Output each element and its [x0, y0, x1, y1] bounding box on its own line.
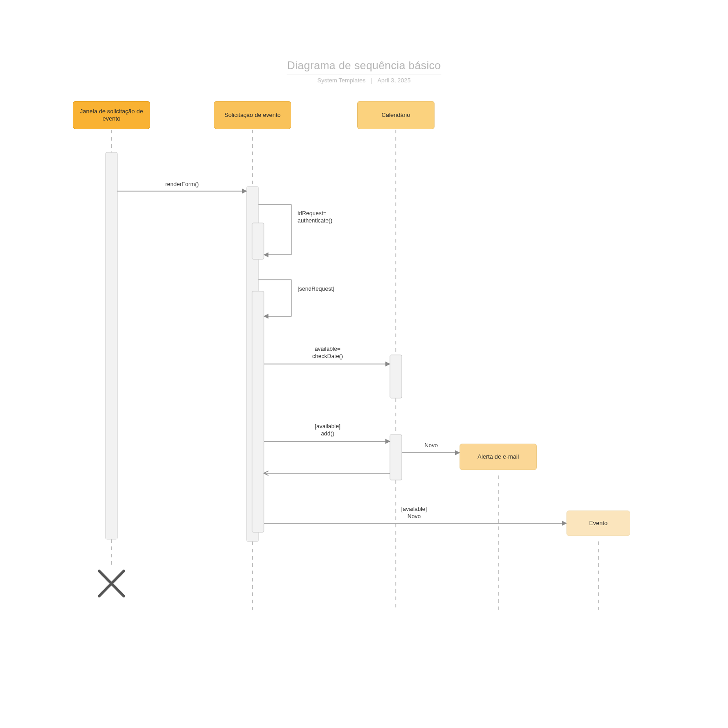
- label-add: [available] add(): [282, 423, 373, 437]
- participant-label: Evento: [589, 520, 607, 527]
- label-checkdate: available= checkDate(): [282, 346, 373, 360]
- label-novo-email: Novo: [410, 442, 453, 450]
- participant-evento: Evento: [566, 511, 630, 536]
- label-novo-evento: [available] Novo: [346, 506, 482, 520]
- label-authenticate: idRequest= authenticate(): [298, 210, 332, 224]
- participant-janela: Janela de solicitação de evento: [73, 101, 150, 129]
- participant-solicitacao: Solicitação de evento: [214, 101, 291, 129]
- destroy-x-icon: [99, 571, 124, 596]
- participant-label: Solicitação de evento: [224, 111, 281, 119]
- activation-p2-auth: [252, 223, 264, 259]
- participant-label: Janela de solicitação de evento: [77, 108, 146, 123]
- label-renderform: renderForm(): [136, 181, 228, 188]
- activation-p3-add: [390, 435, 402, 480]
- participant-calendario: Calendário: [357, 101, 435, 129]
- participant-label: Calendário: [382, 111, 410, 119]
- participant-alerta-email: Alerta de e-mail: [460, 444, 537, 470]
- label-sendrequest: [sendRequest]: [298, 286, 334, 293]
- activation-p1: [106, 152, 117, 539]
- diagram-stage: Diagrama de sequência básico System Temp…: [0, 0, 728, 728]
- participant-label: Alerta de e-mail: [477, 453, 519, 460]
- activation-p3-check: [390, 355, 402, 398]
- activation-p2-send: [252, 291, 264, 532]
